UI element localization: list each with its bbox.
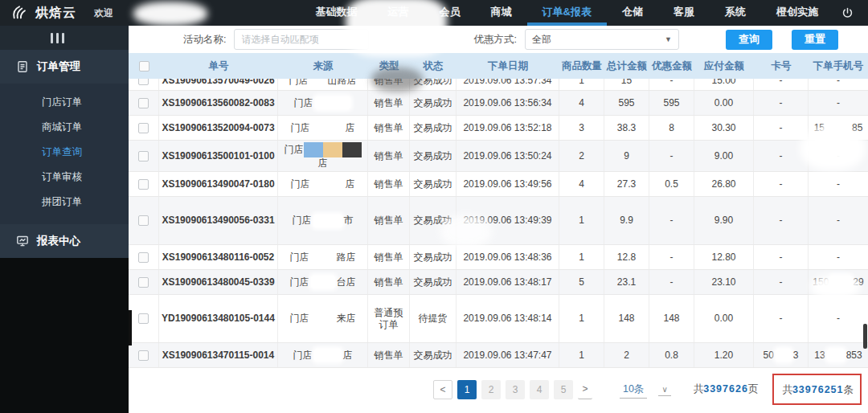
sidebar-item-3[interactable]: 订单审核 <box>0 165 129 190</box>
column-header-0: 单号 <box>159 53 278 79</box>
page-button-1[interactable]: 1 <box>457 380 477 399</box>
nav-item-3[interactable]: 商城 <box>476 0 527 26</box>
row-checkbox[interactable] <box>138 350 149 361</box>
pagination-bar: < 12345 > 10条 ∨ 共3397626页 共33976251条 <box>433 374 862 405</box>
reset-button[interactable]: 重置 <box>792 30 838 50</box>
cell-payable: 26.80 <box>694 172 754 196</box>
query-button[interactable]: 查询 <box>726 30 772 50</box>
greeting-text: 欢迎 <box>94 6 113 20</box>
prev-page-button[interactable]: < <box>433 380 452 399</box>
cell-type: 销售单 <box>368 172 410 196</box>
cell-payable: 15.00 <box>694 79 754 90</box>
cell-card: - <box>754 116 809 140</box>
cell-phone: 15029 <box>809 270 868 294</box>
censor-block <box>304 142 323 157</box>
cell-source: 门店店 <box>278 172 368 196</box>
row-checkbox[interactable] <box>138 215 149 226</box>
row-checkbox[interactable] <box>138 151 149 162</box>
row-checkbox[interactable] <box>138 179 149 190</box>
discount-method-select[interactable]: 全部 ▼ <box>525 29 679 50</box>
cell-card: 503 <box>754 343 809 367</box>
cell-qty: 3 <box>559 116 604 140</box>
cell-phone: - <box>809 245 868 269</box>
logout-power-icon[interactable] <box>841 7 854 19</box>
cell-status: 交易成功 <box>410 197 457 244</box>
cell-card: - <box>754 91 809 115</box>
row-checkbox[interactable] <box>138 98 149 108</box>
cell-source: 门店台店 <box>278 270 368 294</box>
page-button-4[interactable]: 4 <box>530 380 549 399</box>
cell-total: 148 <box>604 295 649 342</box>
sidebar-section-order-management[interactable]: 订单管理 <box>0 50 129 84</box>
censor-blur <box>830 276 851 288</box>
cell-type: 普通预订单 <box>368 295 410 342</box>
sidebar-item-2[interactable]: 订单查询 <box>0 140 129 165</box>
censor-blur <box>311 251 335 264</box>
nav-item-6[interactable]: 客服 <box>658 0 710 26</box>
cell-status: 交易成功 <box>410 141 457 171</box>
nav-item-4[interactable]: 订单&报表 <box>527 0 607 26</box>
cell-source: 门店店 <box>278 141 368 171</box>
nav-item-1[interactable]: 运营 <box>373 0 424 26</box>
cell-status: 交易成功 <box>410 91 457 115</box>
cell-phone: - <box>809 197 868 244</box>
cell-discount: - <box>649 79 694 90</box>
censor-blur <box>315 96 350 109</box>
page-button-5[interactable]: 5 <box>554 380 573 399</box>
nav-item-0[interactable]: 基础数据 <box>301 0 373 26</box>
censor-blur <box>311 313 335 325</box>
nav-item-8[interactable]: 橙创实施 <box>761 0 833 26</box>
cell-qty: 1 <box>559 79 604 90</box>
row-checkbox[interactable] <box>138 252 149 263</box>
page-size-select[interactable]: 10条 ∨ <box>620 381 671 399</box>
cell-type: 销售单 <box>368 197 410 244</box>
table-row: XS19090613470115-0014门店店销售单交易成功2019.09.0… <box>129 343 868 368</box>
select-all-checkbox[interactable] <box>139 61 149 72</box>
cell-order-no: XS19090613470115-0014 <box>159 343 278 367</box>
brand-logo-icon <box>11 4 29 22</box>
censor-blur <box>313 215 342 227</box>
table-row: XS19090613490047-0180门店店销售单交易成功2019.09.0… <box>129 172 868 197</box>
cell-total: 9 <box>604 141 649 171</box>
cell-source: 门店山路店 <box>278 79 368 90</box>
cell-order-no: YD19090613480105-0144 <box>159 295 278 342</box>
sidebar-item-4[interactable]: 拼团订单 <box>0 190 129 215</box>
highlight-box: 共33976251条 <box>772 374 862 405</box>
cell-date: 2019.09.06 13:48:17 <box>457 270 559 294</box>
row-checkbox[interactable] <box>138 313 149 324</box>
nav-item-7[interactable]: 系统 <box>710 0 761 26</box>
page-button-2[interactable]: 2 <box>481 380 501 399</box>
cell-discount: - <box>649 245 694 269</box>
cell-source: 门店店 <box>278 343 368 367</box>
top-bar: 烘焙云 欢迎 基础数据运营会员商城订单&报表仓储客服系统橙创实施 <box>0 0 868 26</box>
cell-type: 销售单 <box>368 79 410 90</box>
next-page-button[interactable]: > <box>578 380 592 399</box>
table-row: XS19090613570049-0026门店山路店销售单交易成功2019.09… <box>129 79 868 91</box>
cell-checkbox <box>129 116 159 140</box>
cell-type: 销售单 <box>368 343 410 367</box>
table-row: XS19090613480116-0052门店路店销售单交易成功2019.09.… <box>129 245 868 270</box>
sidebar-section-report-center[interactable]: 报表中心 <box>0 224 129 258</box>
cell-checkbox <box>129 343 159 367</box>
nav-item-5[interactable]: 仓储 <box>607 0 658 26</box>
row-checkbox[interactable] <box>138 277 149 288</box>
cell-total: 9.9 <box>604 197 649 244</box>
filter-bar: 活动名称: 优惠方式: 全部 ▼ 查询 重置 <box>129 26 868 53</box>
nav-item-2[interactable]: 会员 <box>424 0 476 26</box>
column-header-3: 状态 <box>410 53 457 79</box>
activity-name-input[interactable] <box>234 29 369 50</box>
cell-checkbox <box>129 79 159 90</box>
page-button-3[interactable]: 3 <box>506 380 525 399</box>
sidebar-collapse-toggle[interactable] <box>0 26 129 50</box>
vertical-scrollbar-thumb[interactable] <box>863 324 867 349</box>
cell-source: 门店路店 <box>278 245 368 269</box>
row-checkbox[interactable] <box>138 123 149 133</box>
cell-discount: 8 <box>649 116 694 140</box>
cell-discount: - <box>649 270 694 294</box>
sidebar-empty-area <box>0 258 129 413</box>
sidebar-item-0[interactable]: 门店订单 <box>0 90 129 115</box>
sidebar-item-1[interactable]: 商城订单 <box>0 115 129 140</box>
cell-date: 2019.09.06 13:57:34 <box>457 79 559 90</box>
cell-discount: 595 <box>649 91 694 115</box>
row-checkbox[interactable] <box>138 79 149 85</box>
